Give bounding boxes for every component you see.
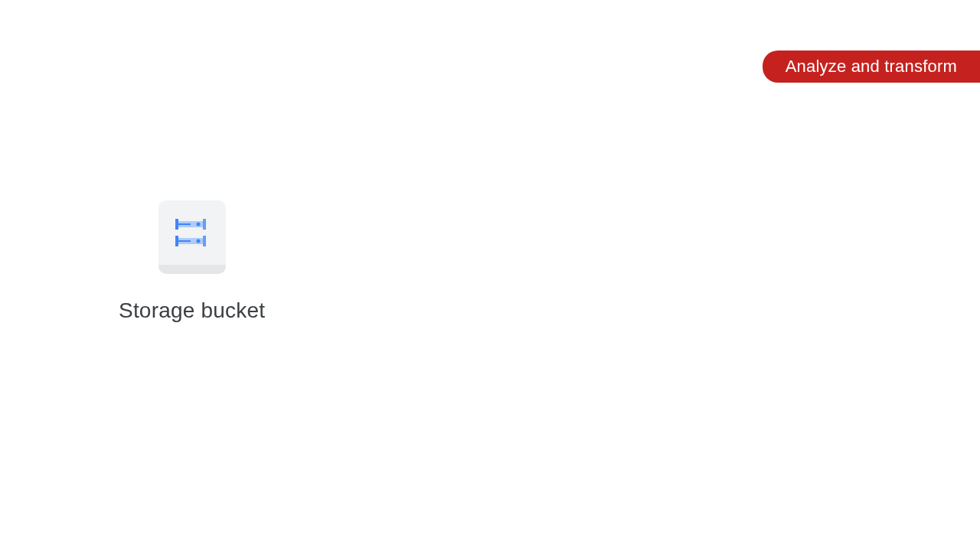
svg-rect-2 <box>178 223 191 225</box>
svg-rect-5 <box>175 236 178 246</box>
svg-point-8 <box>196 240 200 243</box>
resource-storage-bucket: Storage bucket <box>119 201 265 323</box>
storage-icon-tile <box>158 201 226 274</box>
svg-rect-9 <box>203 236 206 246</box>
svg-rect-0 <box>175 219 178 230</box>
svg-point-3 <box>196 223 200 227</box>
resource-label: Storage bucket <box>119 298 265 323</box>
phase-badge: Analyze and transform <box>763 51 980 83</box>
svg-rect-7 <box>178 240 191 242</box>
phase-badge-label: Analyze and transform <box>786 57 957 76</box>
svg-rect-4 <box>203 219 206 230</box>
storage-servers-icon <box>174 216 211 253</box>
